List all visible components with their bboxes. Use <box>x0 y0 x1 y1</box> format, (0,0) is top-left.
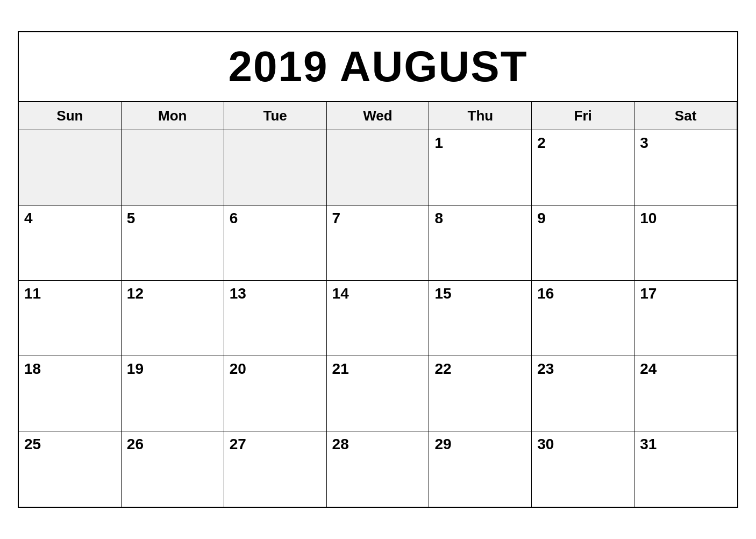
day-header-sun: Sun <box>19 102 122 130</box>
calendar-day-cell: 19 <box>122 356 224 431</box>
day-header-fri: Fri <box>532 102 634 130</box>
calendar-day-cell: 9 <box>532 205 634 281</box>
day-number: 24 <box>640 360 731 378</box>
day-number: 17 <box>640 285 731 302</box>
calendar-day-cell: 20 <box>224 356 327 431</box>
calendar-day-cell: 17 <box>634 281 737 356</box>
calendar-day-cell <box>19 130 122 205</box>
calendar-day-cell: 22 <box>429 356 532 431</box>
calendar-title: 2019 AUGUST <box>19 32 737 102</box>
day-header-mon: Mon <box>122 102 224 130</box>
calendar-day-cell: 15 <box>429 281 532 356</box>
calendar-day-cell: 14 <box>327 281 430 356</box>
day-number: 14 <box>332 285 424 302</box>
day-number: 16 <box>537 285 629 302</box>
calendar-day-cell: 12 <box>122 281 224 356</box>
calendar-day-cell: 23 <box>532 356 634 431</box>
calendar-grid: SunMonTueWedThuFriSat1234567891011121314… <box>19 102 737 507</box>
calendar-day-cell: 13 <box>224 281 327 356</box>
day-number: 7 <box>332 210 424 227</box>
day-number: 13 <box>230 285 321 302</box>
calendar-day-cell: 29 <box>429 431 532 507</box>
calendar-day-cell <box>224 130 327 205</box>
day-number: 2 <box>537 134 629 152</box>
calendar: 2019 AUGUST SunMonTueWedThuFriSat1234567… <box>18 31 738 508</box>
day-number: 31 <box>640 436 732 453</box>
calendar-day-cell: 6 <box>224 205 327 281</box>
calendar-day-cell: 5 <box>122 205 224 281</box>
day-number: 30 <box>537 436 629 453</box>
day-number: 28 <box>332 436 424 453</box>
calendar-day-cell: 28 <box>327 431 430 507</box>
day-number: 10 <box>640 210 731 227</box>
calendar-day-cell: 2 <box>532 130 634 205</box>
calendar-day-cell: 31 <box>634 431 737 507</box>
day-number: 27 <box>230 436 321 453</box>
calendar-day-cell: 30 <box>532 431 634 507</box>
day-number: 21 <box>332 360 424 378</box>
calendar-day-cell: 18 <box>19 356 122 431</box>
day-number: 20 <box>230 360 321 378</box>
calendar-day-cell <box>327 130 430 205</box>
day-number: 4 <box>24 210 116 227</box>
day-number: 6 <box>230 210 321 227</box>
day-number: 15 <box>434 285 526 302</box>
day-number: 1 <box>434 134 526 152</box>
day-number: 23 <box>537 360 629 378</box>
day-number: 26 <box>127 436 218 453</box>
day-number: 8 <box>434 210 526 227</box>
day-number: 19 <box>127 360 218 378</box>
calendar-day-cell: 25 <box>19 431 122 507</box>
calendar-day-cell: 16 <box>532 281 634 356</box>
calendar-day-cell: 8 <box>429 205 532 281</box>
day-header-sat: Sat <box>634 102 737 130</box>
calendar-day-cell: 10 <box>634 205 737 281</box>
calendar-day-cell: 7 <box>327 205 430 281</box>
day-number: 18 <box>24 360 116 378</box>
calendar-day-cell: 3 <box>634 130 737 205</box>
day-number: 12 <box>127 285 218 302</box>
calendar-day-cell: 24 <box>634 356 737 431</box>
day-number: 3 <box>640 134 731 152</box>
day-number: 5 <box>127 210 218 227</box>
day-number: 11 <box>24 285 116 302</box>
day-number: 9 <box>537 210 629 227</box>
day-header-wed: Wed <box>327 102 430 130</box>
calendar-day-cell: 27 <box>224 431 327 507</box>
day-header-tue: Tue <box>224 102 327 130</box>
day-number: 25 <box>24 436 116 453</box>
calendar-day-cell: 4 <box>19 205 122 281</box>
calendar-day-cell <box>122 130 224 205</box>
day-number: 22 <box>434 360 526 378</box>
calendar-day-cell: 1 <box>429 130 532 205</box>
day-header-thu: Thu <box>429 102 532 130</box>
day-number: 29 <box>434 436 526 453</box>
calendar-day-cell: 11 <box>19 281 122 356</box>
calendar-day-cell: 21 <box>327 356 430 431</box>
calendar-day-cell: 26 <box>122 431 224 507</box>
